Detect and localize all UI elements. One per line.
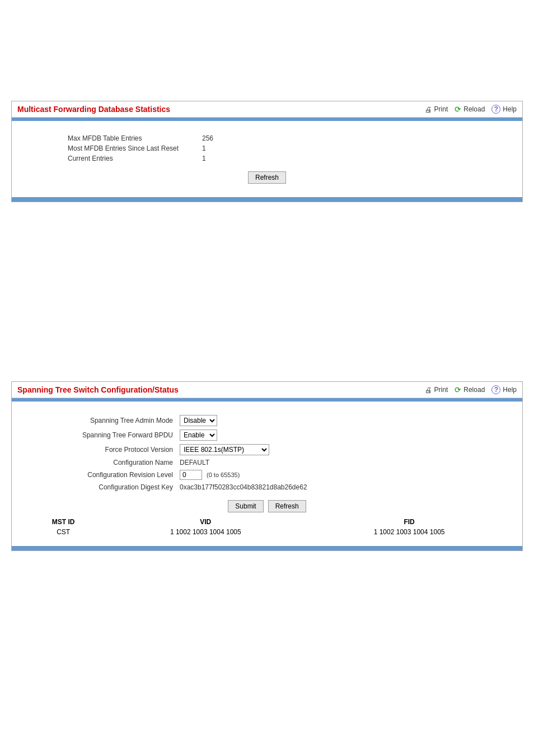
table-row: CST 1 1002 1003 1004 1005 1 1002 1003 10… (23, 527, 511, 537)
stat-row-3: Current Entries 1 (68, 155, 511, 162)
reload-icon (455, 105, 461, 114)
mst-col-header-id: MST ID (23, 517, 104, 527)
mfdb-panel-footer (12, 197, 522, 202)
mfdb-panel-header: Multicast Forwarding Database Statistics… (12, 101, 522, 118)
spanning-tree-btn-row: Submit Refresh (23, 500, 511, 512)
input-revision-level[interactable] (180, 470, 202, 480)
form-row-forward-bpdu: Spanning Tree Forward BPDU Enable Disabl… (57, 430, 511, 441)
select-protocol-version[interactable]: IEEE 802.1s(MSTP) IEEE 802.1w(RSTP) IEEE… (180, 444, 269, 455)
mst-cell-id: CST (23, 527, 104, 537)
spanning-tree-panel-body: Spanning Tree Admin Mode Disable Enable … (12, 402, 522, 546)
help-icon-2 (491, 385, 500, 394)
form-row-protocol-version: Force Protocol Version IEEE 802.1s(MSTP)… (57, 444, 511, 455)
spanning-tree-panel-title: Spanning Tree Switch Configuration/Statu… (17, 385, 179, 394)
label-revision-level: Configuration Revision Level (57, 471, 180, 479)
stat-row-2: Most MFDB Entries Since Last Reset 1 (68, 144, 511, 152)
mst-col-header-fid: FID (307, 517, 511, 527)
mid-spacer (11, 225, 523, 381)
spanning-tree-panel: Spanning Tree Switch Configuration/Statu… (11, 381, 523, 551)
mfdb-panel-actions: Print Reload Help (425, 105, 517, 114)
mfdb-panel-body: Max MFDB Table Entries 256 Most MFDB Ent… (12, 121, 522, 197)
label-protocol-version: Force Protocol Version (57, 446, 180, 454)
mst-cell-fid: 1 1002 1003 1004 1005 (307, 527, 511, 537)
page-wrapper: Multicast Forwarding Database Statistics… (11, 11, 523, 551)
spanning-tree-print-button[interactable]: Print (425, 386, 448, 394)
select-forward-bpdu[interactable]: Enable Disable (180, 430, 217, 441)
spanning-tree-help-button[interactable]: Help (491, 385, 517, 394)
top-spacer (11, 11, 523, 101)
hint-revision-level: (0 to 65535) (207, 472, 240, 478)
mst-col-header-vid: VID (104, 517, 307, 527)
form-row-admin-mode: Spanning Tree Admin Mode Disable Enable (57, 415, 511, 426)
mfdb-print-label: Print (434, 105, 448, 113)
value-config-name: DEFAULT (180, 459, 209, 466)
print-icon (425, 105, 432, 114)
stat-label-1: Max MFDB Table Entries (68, 134, 202, 142)
mfdb-panel: Multicast Forwarding Database Statistics… (11, 101, 523, 202)
spanning-tree-panel-header: Spanning Tree Switch Configuration/Statu… (12, 382, 522, 398)
mfdb-help-label: Help (503, 105, 517, 113)
mfdb-stats-table: Max MFDB Table Entries 256 Most MFDB Ent… (68, 134, 511, 162)
mst-table: MST ID VID FID CST 1 1002 1003 1004 1005… (23, 517, 511, 537)
form-row-revision-level: Configuration Revision Level (0 to 65535… (57, 470, 511, 480)
mst-table-header-row: MST ID VID FID (23, 517, 511, 527)
spanning-tree-submit-button[interactable]: Submit (228, 500, 263, 512)
stat-value-1: 256 (202, 134, 213, 142)
label-digest-key: Configuration Digest Key (57, 483, 180, 491)
label-config-name: Configuration Name (57, 459, 180, 466)
mfdb-btn-row: Refresh (23, 171, 511, 184)
stat-label-3: Current Entries (68, 155, 202, 162)
reload-icon-2 (455, 385, 461, 394)
mfdb-reload-label: Reload (463, 105, 485, 113)
value-digest-key: 0xac3b177f50283cc04b83821d8ab26de62 (180, 483, 307, 491)
label-forward-bpdu: Spanning Tree Forward BPDU (57, 431, 180, 439)
mst-cell-vid: 1 1002 1003 1004 1005 (104, 527, 307, 537)
spanning-tree-refresh-button[interactable]: Refresh (268, 500, 306, 512)
spanning-tree-help-label: Help (503, 386, 517, 394)
mfdb-refresh-button[interactable]: Refresh (248, 171, 286, 184)
form-row-digest-key: Configuration Digest Key 0xac3b177f50283… (57, 483, 511, 491)
mfdb-panel-title: Multicast Forwarding Database Statistics (17, 105, 170, 114)
mfdb-print-button[interactable]: Print (425, 105, 448, 114)
stat-label-2: Most MFDB Entries Since Last Reset (68, 144, 202, 152)
mfdb-help-button[interactable]: Help (491, 105, 517, 114)
form-row-config-name: Configuration Name DEFAULT (57, 459, 511, 466)
print-icon-2 (425, 386, 432, 394)
spanning-tree-print-label: Print (434, 386, 448, 394)
help-icon (491, 105, 500, 114)
stat-value-2: 1 (202, 144, 206, 152)
spanning-tree-panel-actions: Print Reload Help (425, 385, 517, 394)
stat-value-3: 1 (202, 155, 206, 162)
mfdb-reload-button[interactable]: Reload (455, 105, 485, 114)
spanning-tree-form: Spanning Tree Admin Mode Disable Enable … (57, 415, 511, 491)
select-admin-mode[interactable]: Disable Enable (180, 415, 217, 426)
spanning-tree-panel-footer (12, 546, 522, 550)
stat-row-1: Max MFDB Table Entries 256 (68, 134, 511, 142)
label-admin-mode: Spanning Tree Admin Mode (57, 417, 180, 424)
spanning-tree-reload-label: Reload (463, 386, 485, 394)
spanning-tree-reload-button[interactable]: Reload (455, 385, 485, 394)
